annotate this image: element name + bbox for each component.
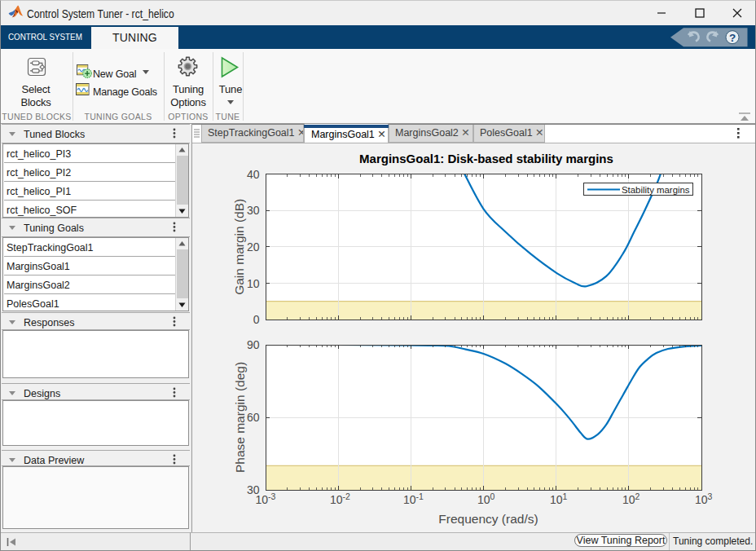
svg-text:102: 102 — [622, 491, 640, 506]
svg-text:100: 100 — [477, 491, 495, 506]
svg-text:10-2: 10-2 — [330, 491, 350, 506]
svg-text:90: 90 — [247, 338, 260, 351]
svg-text:103: 103 — [695, 491, 713, 506]
svg-text:60: 60 — [247, 411, 260, 424]
svg-text:?: ? — [729, 32, 736, 44]
svg-text:Gain margin (dB): Gain margin (dB) — [233, 199, 247, 295]
svg-text:0: 0 — [253, 313, 260, 326]
svg-text:Phase margin (deg): Phase margin (deg) — [233, 362, 247, 473]
svg-text:40: 40 — [247, 168, 260, 181]
svg-text:10-1: 10-1 — [403, 491, 424, 506]
svg-text:101: 101 — [550, 491, 568, 506]
svg-text:10: 10 — [247, 277, 260, 290]
svg-text:20: 20 — [247, 240, 260, 253]
svg-text:MarginsGoal1: Disk-based stabi: MarginsGoal1: Disk-based stability margi… — [359, 152, 613, 165]
svg-text:30: 30 — [247, 204, 260, 217]
svg-text:Stability margins: Stability margins — [622, 185, 690, 195]
svg-text:10-3: 10-3 — [256, 491, 276, 506]
svg-text:Frequency (rad/s): Frequency (rad/s) — [438, 512, 538, 526]
